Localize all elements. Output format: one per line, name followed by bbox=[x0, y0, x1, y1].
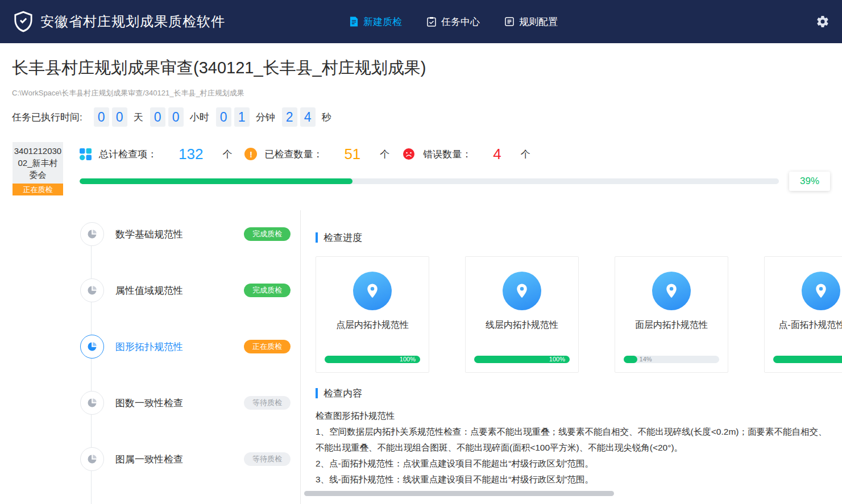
progress-section-title: 检查进度 bbox=[323, 231, 362, 244]
card-progress-percent: 14% bbox=[640, 356, 652, 363]
sidebar-item-map-data-consistency[interactable]: 图数一致性检查 等待质检 bbox=[80, 391, 291, 415]
check-progress-cards: 点层内拓扑规范性 100% 线层内拓扑规范性 100% 面层内拓扑规范性 bbox=[316, 256, 842, 373]
timer-digit: 4 bbox=[300, 107, 316, 127]
nav-task-center[interactable]: 任务中心 bbox=[427, 15, 480, 28]
app-brand: 安徽省村庄规划成果质检软件 bbox=[14, 11, 225, 32]
nav-new-inspection-label: 新建质检 bbox=[363, 15, 402, 28]
timer-digit: 2 bbox=[282, 107, 297, 127]
nav-rule-config-label: 规则配置 bbox=[519, 15, 558, 28]
overall-progress-fill bbox=[80, 178, 352, 184]
section-bar bbox=[316, 232, 318, 243]
card-progress-percent: 100% bbox=[400, 356, 416, 363]
rule-config-icon bbox=[505, 17, 514, 26]
content-heading: 检查图形拓扑规范性 bbox=[316, 408, 830, 424]
sidebar-item-graphic-topology[interactable]: 图形拓扑规范性 正在质检 bbox=[80, 335, 291, 359]
nav-task-center-label: 任务中心 bbox=[441, 15, 480, 28]
app-title: 安徽省村庄规划成果质检软件 bbox=[40, 13, 225, 31]
status-badge: 等待质检 bbox=[244, 452, 291, 466]
timer-label: 任务已执行时间: bbox=[12, 111, 82, 124]
card-label: 点层内拓扑规范性 bbox=[322, 318, 422, 331]
checked-count-label: 已检查数量： bbox=[264, 148, 322, 161]
stats-row: 总计检查项： 132 个 ! 已检查数量： 51 个 错误数量： 4 个 bbox=[80, 142, 543, 166]
timer-unit-days: 天 bbox=[134, 111, 143, 124]
card-point-layer-topology: 点层内拓扑规范性 100% bbox=[316, 256, 429, 373]
error-count-value: 4 bbox=[493, 145, 501, 163]
sidebar-item-attribute-domain[interactable]: 属性值域规范性 完成质检 bbox=[80, 278, 291, 302]
timer-unit-hours: 小时 bbox=[190, 111, 209, 124]
overall-progress-bar bbox=[80, 178, 779, 184]
card-progress-bar: 14% bbox=[624, 356, 719, 363]
timer-unit-seconds: 秒 bbox=[322, 111, 331, 124]
progress-section-header: 检查进度 bbox=[316, 232, 842, 243]
pie-chart-icon bbox=[80, 391, 104, 415]
card-progress-bar: 100% bbox=[773, 356, 842, 363]
map-pin-icon bbox=[802, 272, 840, 310]
card-label: 点-面拓扑规范性检查 bbox=[765, 318, 842, 331]
card-progress-bar: 100% bbox=[325, 356, 420, 363]
nav-rule-config[interactable]: 规则配置 bbox=[505, 15, 558, 28]
nav-new-inspection[interactable]: 新建质检 bbox=[350, 15, 402, 28]
village-status-badge: 正在质检 bbox=[13, 184, 63, 195]
sidebar-item-map-attribute-consistency[interactable]: 图属一致性检查 等待质检 bbox=[80, 447, 291, 471]
main-nav: 新建质检 任务中心 规则配置 bbox=[350, 0, 558, 43]
elapsed-time-row: 任务已执行时间: 0 0 天 0 0 小时 0 1 分钟 2 4 秒 bbox=[12, 107, 338, 127]
overall-progress-percent: 39% bbox=[789, 172, 830, 191]
error-count-unit: 个 bbox=[521, 148, 530, 161]
sidebar-item-label: 数学基础规范性 bbox=[115, 228, 183, 241]
card-progress-fill bbox=[773, 356, 842, 363]
timer-digit: 0 bbox=[94, 107, 109, 127]
content-section-header: 检查内容 bbox=[316, 388, 842, 399]
top-navbar: 安徽省村庄规划成果质检软件 新建质检 任务中心 bbox=[0, 0, 842, 43]
total-items-value: 132 bbox=[179, 145, 203, 163]
task-center-icon bbox=[427, 16, 436, 27]
map-pin-icon bbox=[503, 272, 541, 310]
overall-progress-row: 39% bbox=[80, 172, 830, 191]
section-bar bbox=[316, 388, 318, 398]
village-task-item[interactable]: 340121203002_新丰村委会 正在质检 bbox=[13, 142, 63, 195]
error-count-label: 错误数量： bbox=[423, 148, 471, 161]
sidebar-item-label: 图形拓扑规范性 bbox=[115, 340, 183, 353]
card-progress-bar: 100% bbox=[474, 356, 570, 363]
card-polygon-layer-topology: 面层内拓扑规范性 14% bbox=[615, 256, 728, 373]
status-badge: 完成质检 bbox=[244, 284, 291, 297]
check-category-sidebar: 数学基础规范性 完成质检 属性值域规范性 完成质检 图形拓扑规范性 正在质检 图… bbox=[0, 210, 301, 504]
map-pin-icon bbox=[353, 272, 392, 310]
settings-gear-icon[interactable] bbox=[816, 15, 829, 28]
timer-digit: 0 bbox=[112, 107, 127, 127]
sidebar-item-label: 图属一致性检查 bbox=[115, 453, 183, 466]
timer-digit: 1 bbox=[234, 107, 250, 127]
timer-digit: 0 bbox=[150, 107, 165, 127]
total-items-icon bbox=[80, 148, 92, 160]
status-badge: 正在质检 bbox=[244, 340, 291, 353]
content-section-title: 检查内容 bbox=[323, 387, 362, 400]
total-items-unit: 个 bbox=[222, 148, 232, 161]
card-progress-percent: 100% bbox=[549, 356, 565, 363]
error-face-icon bbox=[402, 147, 416, 161]
check-content-text: 检查图形拓扑规范性 1、空间数据层内拓扑关系规范性检查：点要素不能出现重叠；线要… bbox=[316, 408, 830, 488]
pie-chart-icon bbox=[80, 447, 104, 471]
status-badge: 完成质检 bbox=[244, 227, 291, 241]
content-rule-1: 1、空间数据层内拓扑关系规范性检查：点要素不能出现重叠；线要素不能自相交、不能出… bbox=[316, 424, 830, 456]
workspace-path: C:\WorkSpace\长丰县村庄规划成果审查/340121_长丰县_村庄规划… bbox=[12, 88, 244, 98]
village-name: 340121203002_新丰村委会 bbox=[13, 142, 63, 184]
horizontal-scrollbar[interactable] bbox=[304, 491, 614, 496]
total-items-label: 总计检查项： bbox=[99, 148, 157, 161]
card-progress-fill bbox=[624, 356, 637, 363]
check-content-section: 检查内容 检查图形拓扑规范性 1、空间数据层内拓扑关系规范性检查：点要素不能出现… bbox=[316, 388, 842, 488]
pie-chart-icon bbox=[80, 278, 104, 302]
content-rule-3: 3、线-面拓扑规范性：线状重点建设项目不能超出“村级行政区划”范围。 bbox=[316, 472, 830, 488]
card-line-layer-topology: 线层内拓扑规范性 100% bbox=[465, 256, 579, 373]
card-point-polygon-topology: 点-面拓扑规范性检查 100% bbox=[764, 256, 842, 373]
timer-unit-minutes: 分钟 bbox=[256, 111, 275, 124]
checked-count-unit: 个 bbox=[380, 148, 389, 161]
map-pin-icon bbox=[652, 272, 691, 310]
shield-logo-icon bbox=[14, 11, 33, 32]
sidebar-item-math-basis[interactable]: 数学基础规范性 完成质检 bbox=[80, 222, 291, 246]
card-label: 面层内拓扑规范性 bbox=[621, 318, 721, 331]
sidebar-item-label: 属性值域规范性 bbox=[115, 284, 183, 297]
pie-chart-icon bbox=[80, 222, 104, 246]
sidebar-item-label: 图数一致性检查 bbox=[115, 397, 183, 410]
detail-pane: 检查进度 点层内拓扑规范性 100% 线层内拓扑规范性 100% bbox=[301, 210, 842, 504]
checked-count-value: 51 bbox=[344, 145, 360, 163]
timer-digit: 0 bbox=[168, 107, 184, 127]
